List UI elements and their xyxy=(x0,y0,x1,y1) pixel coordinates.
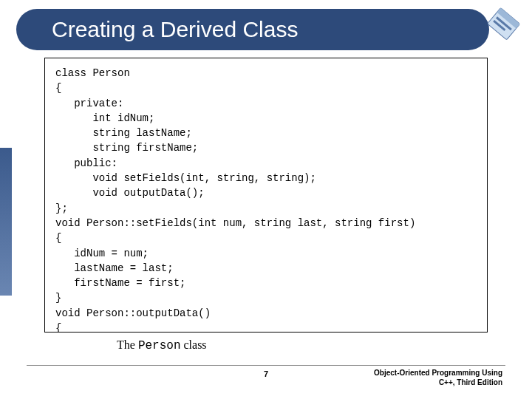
title-bar: Creating a Derived Class xyxy=(16,9,489,50)
footer-line-1: Object-Oriented Programming Using xyxy=(374,368,502,378)
footer-line-2: C++, Third Edition xyxy=(374,378,502,387)
figure-caption: The Person class xyxy=(117,338,207,352)
side-accent-bar xyxy=(0,148,12,296)
footer-citation: Object-Oriented Programming Using C++, T… xyxy=(374,368,502,387)
caption-prefix: The xyxy=(117,338,138,351)
code-listing: class Person { private: int idNum; strin… xyxy=(44,58,488,332)
caption-code: Person xyxy=(138,339,181,352)
slide-title: Creating a Derived Class xyxy=(52,17,298,42)
footer-divider xyxy=(27,365,505,366)
caption-suffix: class xyxy=(180,338,206,351)
corner-logo-icon xyxy=(480,1,526,47)
